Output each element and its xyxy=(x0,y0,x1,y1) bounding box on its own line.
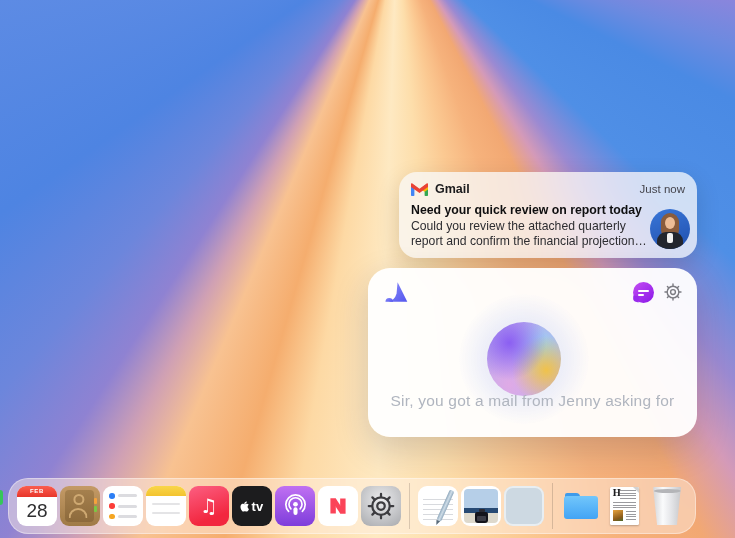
line xyxy=(152,512,180,514)
blue-dot xyxy=(109,493,115,499)
folder-body xyxy=(564,496,598,519)
notes-yellow-band xyxy=(146,486,186,496)
notification-header: Gmail Just now xyxy=(411,182,685,196)
news-n-icon xyxy=(325,493,351,519)
avatar-face xyxy=(665,217,675,229)
text-lines xyxy=(620,490,636,500)
calendar-day: 28 xyxy=(17,497,57,524)
dock-item-news[interactable] xyxy=(318,486,358,526)
text-lines xyxy=(613,502,636,510)
music-note-icon: ♫ xyxy=(200,496,218,516)
dock-item-image-document[interactable] xyxy=(461,486,501,526)
dock-item-apple-tv[interactable]: tv xyxy=(232,486,272,526)
avatar-shirt xyxy=(667,233,673,243)
document-page: H xyxy=(610,487,639,525)
contacts-tab-orange xyxy=(94,498,97,504)
partial-app-icon xyxy=(0,490,3,505)
desktop: Gmail Just now Need your quick review on… xyxy=(0,0,735,538)
contacts-person-head xyxy=(73,494,84,505)
gear-icon[interactable] xyxy=(663,282,683,302)
dock-item-textedit[interactable] xyxy=(418,486,458,526)
gmail-notification[interactable]: Gmail Just now Need your quick review on… xyxy=(399,172,697,258)
inline-image xyxy=(613,510,623,521)
apple-logo-icon xyxy=(240,500,250,512)
red-dot xyxy=(109,503,115,509)
calendar-month: FEB xyxy=(17,486,57,497)
dock-separator xyxy=(409,483,410,529)
text-lines xyxy=(626,511,636,520)
dock-item-rich-text-document[interactable]: H xyxy=(604,486,644,526)
dock-item-notes[interactable] xyxy=(146,486,186,526)
dock-item-podcasts[interactable] xyxy=(275,486,315,526)
line xyxy=(118,515,138,518)
line xyxy=(152,503,180,505)
orange-dot xyxy=(109,514,115,520)
podcasts-icon xyxy=(282,493,309,520)
tv-label: tv xyxy=(251,499,263,514)
dock-separator xyxy=(552,483,553,529)
assistant-widget: Sir, you got a mail from Jenny asking fo… xyxy=(368,268,697,437)
notification-body: Could you review the attached quarterly … xyxy=(411,219,649,249)
ink-bottle-icon xyxy=(475,512,488,523)
notification-subject: Need your quick review on report today xyxy=(411,203,659,217)
reminders-row xyxy=(109,503,137,509)
line xyxy=(118,494,138,497)
sender-avatar xyxy=(650,209,690,249)
reminders-row xyxy=(109,493,137,499)
line xyxy=(118,505,138,508)
settings-gear-icon xyxy=(366,491,396,521)
dock-item-calendar[interactable]: FEB 28 xyxy=(17,486,57,526)
dock-item-music[interactable]: ♫ xyxy=(189,486,229,526)
dock: FEB 28 ♫ tv xyxy=(8,478,696,534)
dock-item-contacts[interactable] xyxy=(60,486,100,526)
dock-item-trash[interactable] xyxy=(647,486,687,526)
widget-actions xyxy=(633,282,683,303)
notification-timestamp: Just now xyxy=(640,183,685,195)
ai-orb xyxy=(487,322,561,396)
contacts-tab-green xyxy=(94,506,97,512)
chat-bubble-tail xyxy=(633,295,640,302)
reminders-row xyxy=(109,514,137,520)
dock-item-reminders[interactable] xyxy=(103,486,143,526)
dock-item-system-settings[interactable] xyxy=(361,486,401,526)
dock-item-folder[interactable] xyxy=(561,486,601,526)
assistant-caption: Sir, you got a mail from Jenny asking fo… xyxy=(368,392,697,410)
gmail-icon xyxy=(411,183,428,196)
notification-app-name: Gmail xyxy=(435,182,470,196)
assistant-logo-icon xyxy=(383,280,408,304)
chat-bubble-icon[interactable] xyxy=(633,282,654,303)
trash-basket-icon xyxy=(652,487,683,525)
dock-item-blank-app[interactable] xyxy=(504,486,544,526)
